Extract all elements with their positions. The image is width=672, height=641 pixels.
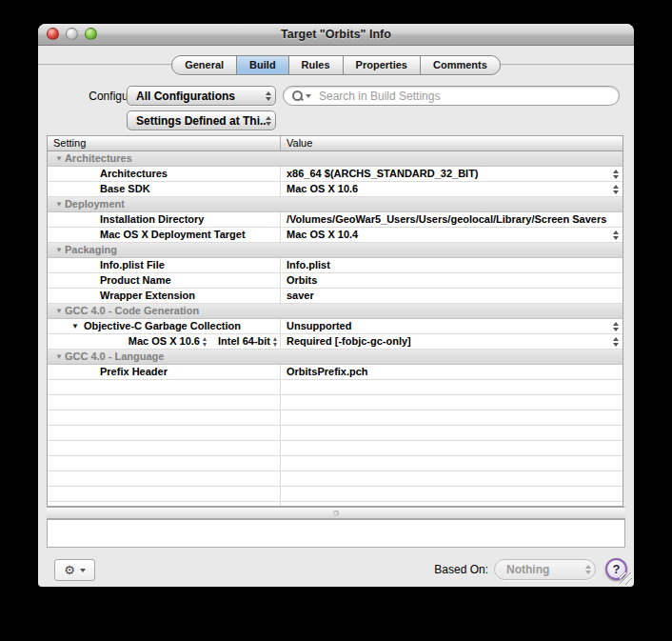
build-settings-table: Setting Value ▼ArchitecturesArchitecture… — [47, 135, 623, 507]
table-body: ▼ArchitecturesArchitecturesx86_64 $(ARCH… — [48, 151, 623, 507]
window-title: Target "Orbits" Info — [38, 24, 634, 45]
disclosure-triangle-icon[interactable]: ▼ — [55, 200, 63, 209]
table-row[interactable]: Architecturesx86_64 $(ARCHS_STANDARD_32_… — [48, 167, 623, 182]
search-icon — [291, 90, 304, 102]
section-label: GCC 4.0 - Code Generation — [65, 305, 199, 316]
section-header-row[interactable]: ▼Deployment — [48, 197, 623, 212]
tab-general[interactable]: General — [172, 56, 236, 74]
section-label: Architectures — [65, 152, 132, 164]
condition-popup-value: Intel 64-bit — [218, 334, 270, 349]
value-stepper-icon[interactable] — [613, 322, 619, 331]
search-scope-arrow-icon[interactable] — [306, 94, 311, 98]
value-stepper-icon[interactable] — [613, 337, 619, 347]
table-row[interactable]: Installation Directory/Volumes/GeoWar5_U… — [48, 212, 623, 228]
empty-row — [48, 411, 623, 426]
setting-name: Installation Directory — [100, 213, 204, 225]
tab-build[interactable]: Build — [236, 56, 288, 74]
empty-row — [48, 426, 623, 441]
table-row[interactable]: ▼Objective-C Garbage CollectionUnsupport… — [48, 319, 623, 334]
section-header-row[interactable]: ▼Architectures — [48, 151, 623, 167]
tab-comments[interactable]: Comments — [420, 56, 500, 74]
show-popup-value: Settings Defined at Thi... — [136, 114, 266, 128]
chevron-down-icon — [80, 569, 86, 572]
empty-row — [48, 456, 623, 471]
setting-value[interactable]: Info.plist — [287, 259, 330, 270]
tab-bar: GeneralBuildRulesPropertiesComments — [171, 55, 501, 75]
conditional-setting-row[interactable]: Mac OS X 10.6Intel 64-bitRequired [-fobj… — [48, 334, 623, 350]
tab-properties[interactable]: Properties — [343, 56, 420, 74]
disclosure-triangle-icon[interactable]: ▼ — [55, 246, 63, 254]
based-on-popup-value: Nothing — [506, 563, 585, 576]
resize-grip[interactable] — [620, 572, 632, 585]
setting-value[interactable]: Unsupported — [287, 320, 351, 331]
setting-name: Objective-C Garbage Collection — [84, 320, 241, 331]
splitter-handle[interactable] — [47, 507, 625, 519]
empty-row — [48, 395, 623, 411]
condition-popup[interactable]: Intel 64-bit — [218, 334, 277, 349]
setting-name: Mac OS X Deployment Target — [100, 229, 246, 240]
disclosure-triangle-icon[interactable]: ▼ — [55, 307, 63, 315]
table-row[interactable]: Product NameOrbits — [48, 273, 623, 289]
section-label: Packaging — [65, 244, 117, 255]
table-row[interactable]: Info.plist FileInfo.plist — [48, 258, 623, 273]
setting-value[interactable]: Mac OS X 10.6 — [287, 183, 358, 194]
disclosure-triangle-icon[interactable]: ▼ — [55, 154, 63, 163]
splitter-dimple-icon — [333, 511, 339, 516]
popup-arrows-icon — [203, 337, 207, 347]
section-label: GCC 4.0 - Language — [65, 351, 165, 362]
section-label: Deployment — [65, 198, 125, 210]
section-header-row[interactable]: ▼GCC 4.0 - Language — [48, 350, 623, 365]
empty-row — [48, 471, 623, 487]
setting-name: Product Name — [100, 274, 171, 286]
table-row[interactable]: Mac OS X Deployment TargetMac OS X 10.4 — [48, 228, 623, 243]
setting-name: Prefix Header — [100, 366, 168, 377]
table-header[interactable]: Setting Value — [48, 136, 623, 151]
setting-value[interactable]: Orbits — [287, 274, 317, 286]
setting-value[interactable]: Required [-fobjc-gc-only] — [287, 335, 411, 347]
setting-column-header[interactable]: Setting — [48, 136, 280, 150]
section-header-row[interactable]: ▼Packaging — [48, 243, 623, 258]
setting-name: Base SDK — [100, 183, 150, 194]
disclosure-triangle-icon[interactable]: ▼ — [55, 352, 63, 361]
popup-arrows-icon — [266, 91, 271, 101]
table-row[interactable]: Prefix HeaderOrbitsPrefix.pch — [48, 365, 623, 380]
title-bar[interactable]: Target "Orbits" Info — [38, 24, 634, 46]
configuration-popup[interactable]: All Configurations — [127, 86, 276, 106]
setting-value[interactable]: saver — [287, 290, 314, 301]
setting-name: Architectures — [100, 168, 168, 179]
setting-value[interactable]: /Volumes/GeoWar5_Users/Users/geolocal/Li… — [287, 213, 606, 225]
target-info-window: Target "Orbits" Info GeneralBuildRulesPr… — [38, 24, 634, 587]
table-row[interactable]: Base SDKMac OS X 10.6 — [48, 182, 623, 197]
empty-row — [48, 380, 623, 395]
value-column-header[interactable]: Value — [280, 136, 623, 150]
value-stepper-icon[interactable] — [613, 170, 619, 179]
configuration-popup-value: All Configurations — [136, 90, 266, 103]
search-field[interactable] — [283, 86, 620, 106]
setting-value[interactable]: Mac OS X 10.4 — [287, 229, 358, 240]
setting-name: Wrapper Extension — [100, 290, 195, 301]
setting-value[interactable]: OrbitsPrefix.pch — [287, 366, 368, 377]
section-header-row[interactable]: ▼GCC 4.0 - Code Generation — [48, 304, 623, 319]
value-stepper-icon[interactable] — [613, 185, 619, 194]
popup-arrows-icon — [585, 565, 591, 574]
based-on-popup[interactable]: Nothing — [494, 559, 596, 580]
condition-popup[interactable]: Mac OS X 10.6 — [128, 334, 207, 349]
setting-name: Info.plist File — [100, 259, 165, 270]
disclosure-triangle-icon[interactable]: ▼ — [71, 322, 79, 331]
empty-row — [48, 441, 623, 456]
empty-row — [48, 487, 623, 502]
show-popup[interactable]: Settings Defined at Thi... — [127, 110, 276, 130]
gear-icon: ⚙ — [64, 564, 75, 576]
table-row[interactable]: Wrapper Extensionsaver — [48, 289, 623, 304]
setting-value[interactable]: x86_64 $(ARCHS_STANDARD_32_BIT) — [287, 168, 479, 179]
popup-arrows-icon — [266, 116, 271, 126]
action-menu-button[interactable]: ⚙ — [54, 559, 95, 581]
based-on-label: Based On: — [393, 563, 488, 576]
setting-description-pane — [47, 519, 625, 548]
tab-rules[interactable]: Rules — [288, 56, 343, 74]
value-stepper-icon[interactable] — [613, 230, 619, 240]
popup-arrows-icon — [273, 337, 277, 347]
condition-popup-value: Mac OS X 10.6 — [128, 334, 200, 349]
search-input[interactable] — [317, 89, 611, 104]
